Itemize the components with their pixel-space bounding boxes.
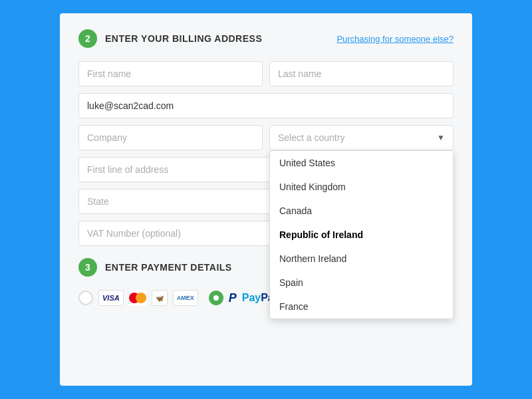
country-option-roi[interactable]: Republic of Ireland <box>270 223 453 247</box>
email-row <box>78 93 454 118</box>
last-name-field <box>269 61 454 86</box>
step-3-badge: 3 <box>78 258 97 277</box>
card-radio[interactable] <box>78 291 93 305</box>
maestro-icon: 🦋 <box>152 290 168 306</box>
main-card: 2 ENTER YOUR BILLING ADDRESS Purchasing … <box>60 13 472 386</box>
billing-title-group: 2 ENTER YOUR BILLING ADDRESS <box>78 29 262 48</box>
country-option-us[interactable]: United States <box>270 151 453 175</box>
page-wrapper: 2 ENTER YOUR BILLING ADDRESS Purchasing … <box>0 0 532 399</box>
payment-title-group: 3 ENTER PAYMENT DETAILS <box>78 258 232 277</box>
country-dropdown-container: Select a country ▼ United States United … <box>269 125 454 150</box>
company-input[interactable] <box>78 125 263 150</box>
paypal-radio[interactable] <box>209 291 223 305</box>
last-name-input[interactable] <box>269 61 454 86</box>
first-name-input[interactable] <box>78 61 263 86</box>
billing-title: ENTER YOUR BILLING ADDRESS <box>105 33 262 44</box>
name-row <box>78 61 454 86</box>
country-dropdown-menu: United States United Kingdom Canada Repu… <box>269 150 454 319</box>
payment-title: ENTER PAYMENT DETAILS <box>105 262 232 273</box>
company-country-row: Select a country ▼ United States United … <box>78 125 454 150</box>
visa-icon: VISA <box>98 290 124 306</box>
chevron-down-icon: ▼ <box>437 133 445 142</box>
country-option-es[interactable]: Spain <box>270 271 453 295</box>
country-option-fr[interactable]: France <box>270 295 453 319</box>
first-name-field <box>78 61 263 86</box>
country-option-ni[interactable]: Northern Ireland <box>270 247 453 271</box>
step-2-badge: 2 <box>78 29 97 48</box>
purchase-link[interactable]: Purchasing for someone else? <box>336 34 454 44</box>
company-field <box>78 125 263 150</box>
email-input[interactable] <box>78 93 454 118</box>
billing-header: 2 ENTER YOUR BILLING ADDRESS Purchasing … <box>78 29 454 48</box>
country-select-button[interactable]: Select a country ▼ <box>269 125 454 150</box>
mastercard-icon <box>129 290 146 306</box>
amex-icon: AMEX <box>173 290 198 306</box>
country-option-uk[interactable]: United Kingdom <box>270 175 453 199</box>
country-placeholder-text: Select a country <box>278 132 344 143</box>
paypal-group: P PayPal <box>209 291 277 305</box>
paypal-p-icon: P <box>229 291 237 305</box>
country-option-ca[interactable]: Canada <box>270 199 453 223</box>
mc-orange-circle <box>136 293 146 303</box>
